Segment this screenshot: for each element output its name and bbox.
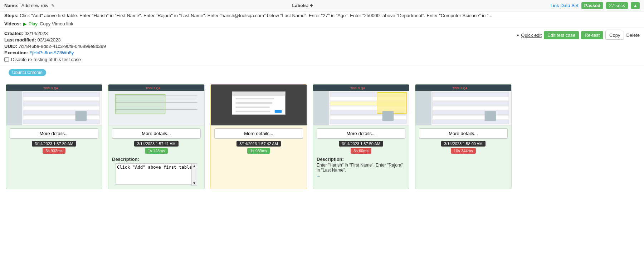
timestamp-badge-5: 3/14/2023 1:58:00 AM xyxy=(419,141,508,147)
header-right: Link Data Set Passed 27 secs ▲ xyxy=(551,2,640,9)
svg-rect-38 xyxy=(330,115,406,119)
screenshot-img-1[interactable]: TOOLS QA xyxy=(6,84,102,125)
svg-rect-10 xyxy=(23,120,99,124)
labels-section: Labels: + xyxy=(292,3,313,9)
timestamp-badge-3: 3/14/2023 1:57:42 AM xyxy=(214,141,303,147)
description-label-2: Description: xyxy=(112,157,201,162)
name-value: Add new row xyxy=(21,3,48,8)
header-bar: Name: Add new row ✎ Labels: + Link Data … xyxy=(0,0,644,11)
copy-vimeo-link[interactable]: Copy Vimeo link xyxy=(40,21,73,26)
scroll-up-button[interactable]: ▲ xyxy=(192,164,197,168)
timestamp-value-4: 3/14/2023 1:57:50 AM xyxy=(339,141,383,147)
svg-rect-3 xyxy=(6,91,22,125)
more-details-button-1[interactable]: More details... xyxy=(10,128,98,139)
edit-test-case-button[interactable]: Edit test case xyxy=(544,31,579,39)
screenshot-card-4: TOOLS QAMore details...3/14/2023 1:57:50… xyxy=(313,84,409,189)
uuid-value: 7d7846be-8dd2-41c3-90f9-046899e8b399 xyxy=(19,44,106,49)
timestamp-value-5: 3/14/2023 1:58:00 AM xyxy=(441,141,486,147)
svg-rect-32 xyxy=(313,91,329,125)
secs-badge: 27 secs xyxy=(606,2,628,9)
execution-link[interactable]: FjHnPs6rxsSZ8Wn8y xyxy=(29,50,74,55)
screenshot-img-3[interactable] xyxy=(211,84,307,125)
bullet-separator: • xyxy=(517,32,519,39)
svg-rect-50 xyxy=(433,106,509,110)
duration-badge-4: 8s 60ms xyxy=(317,148,405,154)
description-more-link-4[interactable]: ... xyxy=(317,173,320,178)
svg-rect-54 xyxy=(485,111,496,121)
add-label-button[interactable]: + xyxy=(310,3,313,9)
svg-rect-53 xyxy=(433,120,509,124)
duration-value-4: 8s 60ms xyxy=(351,148,371,154)
disable-retest-row: Disable re-testing of this test case xyxy=(4,57,640,62)
timestamp-badge-2: 3/14/2023 1:57:41 AM xyxy=(112,141,201,147)
screenshot-img-5[interactable]: TOOLS QA xyxy=(415,84,511,125)
last-modified-value: 03/14/2023 xyxy=(37,37,60,43)
svg-rect-46 xyxy=(415,91,431,125)
disable-retest-checkbox[interactable] xyxy=(4,57,9,62)
created-label: Created: xyxy=(4,31,23,36)
steps-bar: Steps: Click "Add" above first table. En… xyxy=(0,11,644,20)
scroll-down-button[interactable]: ▼ xyxy=(192,181,197,186)
more-details-button-2[interactable]: More details... xyxy=(112,128,201,139)
description-text-4: Enter "Harish" in "First Name". Enter "R… xyxy=(317,163,405,173)
duration-badge-3: 1s 939ms xyxy=(214,148,303,154)
svg-rect-5 xyxy=(23,97,99,101)
desc-textarea-wrapper-2: ▲▼ xyxy=(116,163,197,186)
play-button[interactable]: Play xyxy=(29,21,38,26)
more-details-button-3[interactable]: More details... xyxy=(214,128,303,139)
svg-rect-16 xyxy=(116,95,197,95)
svg-rect-19 xyxy=(116,106,197,106)
svg-rect-28 xyxy=(275,110,282,113)
name-label: Name: xyxy=(4,3,19,8)
more-details-button-4[interactable]: More details... xyxy=(317,128,405,139)
screenshot-card-1: TOOLS QAMore details...3/14/2023 1:57:39… xyxy=(6,84,102,189)
svg-rect-27 xyxy=(235,111,270,112)
quick-edit-button[interactable]: Quick edit xyxy=(521,33,542,38)
more-details-button-5[interactable]: More details... xyxy=(419,128,508,139)
duration-value-1: 3s 932ms xyxy=(43,148,65,154)
duration-value-3: 1s 939ms xyxy=(247,148,270,154)
collapse-button[interactable]: ▲ xyxy=(631,2,640,9)
play-icon: ▶ xyxy=(23,21,26,26)
steps-label: Steps: xyxy=(4,13,19,18)
platform-badge: Ubuntu Chrome xyxy=(9,69,46,76)
copy-button[interactable]: Copy xyxy=(605,31,624,40)
svg-rect-4 xyxy=(23,92,99,96)
edit-name-icon[interactable]: ✎ xyxy=(51,3,55,8)
platform-section: Ubuntu Chrome xyxy=(0,65,644,80)
timestamp-badge-4: 3/14/2023 1:57:50 AM xyxy=(317,141,405,147)
svg-rect-7 xyxy=(23,106,99,110)
duration-badge-2: 1s 128ms xyxy=(112,148,201,154)
screenshot-img-2[interactable]: TOOLS QA xyxy=(108,84,204,125)
svg-rect-9 xyxy=(23,115,99,119)
uuid-row: UUID: 7d7846be-8dd2-41c3-90f9-046899e8b3… xyxy=(4,44,640,49)
link-data-set-link[interactable]: Link Data Set xyxy=(551,3,579,8)
svg-rect-20 xyxy=(116,109,197,110)
videos-bar: Videos: ▶ Play Copy Vimeo link xyxy=(0,20,644,28)
desc-textarea-2[interactable] xyxy=(116,163,197,185)
svg-rect-51 xyxy=(433,111,509,115)
svg-rect-42 xyxy=(382,111,394,121)
svg-text:TOOLS QA: TOOLS QA xyxy=(350,86,365,90)
svg-rect-26 xyxy=(235,107,269,108)
svg-rect-23 xyxy=(232,91,286,96)
description-section-2: Description:▲▼ xyxy=(108,155,204,186)
timestamp-badge-1: 3/14/2023 1:57:39 AM xyxy=(10,141,98,147)
duration-badge-5: 10s 344ms xyxy=(419,148,508,154)
screenshot-img-4[interactable]: TOOLS QA xyxy=(313,84,409,125)
screenshot-card-3: More details...3/14/2023 1:57:42 AM1s 93… xyxy=(210,84,307,189)
svg-rect-11 xyxy=(75,111,87,121)
delete-button[interactable]: Delete xyxy=(626,33,640,38)
svg-rect-52 xyxy=(433,115,509,119)
meta-section: Created: 03/14/2023 Last modified: 03/14… xyxy=(0,28,644,65)
duration-badge-1: 3s 932ms xyxy=(10,148,98,154)
svg-rect-15 xyxy=(116,94,165,114)
duration-value-2: 1s 128ms xyxy=(145,148,168,154)
retest-button[interactable]: Re-test xyxy=(581,31,603,39)
screenshots-section: TOOLS QAMore details...3/14/2023 1:57:39… xyxy=(0,80,644,193)
execution-row: Execution: FjHnPs6rxsSZ8Wn8y xyxy=(4,50,640,55)
svg-text:TOOLS QA: TOOLS QA xyxy=(453,86,468,90)
description-label-4: Description: xyxy=(317,157,405,162)
steps-value: Click "Add" above first table. Enter "Ha… xyxy=(20,13,492,18)
passed-badge: Passed xyxy=(581,2,604,9)
